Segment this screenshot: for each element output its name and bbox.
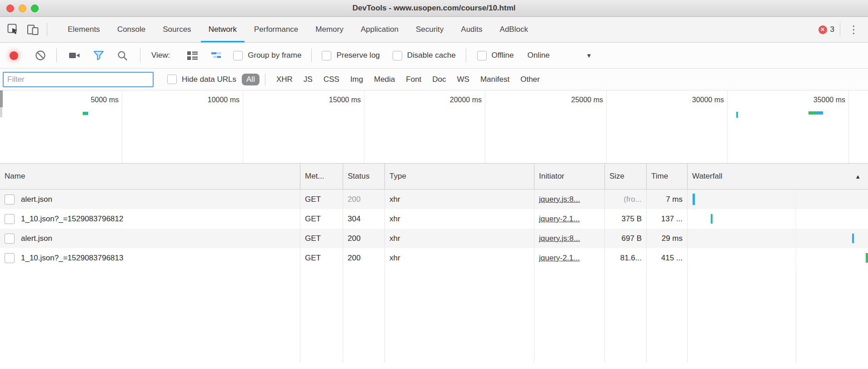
filter-type-font[interactable]: Font xyxy=(406,75,421,84)
row-checkbox[interactable] xyxy=(5,194,15,204)
error-icon: ✕ xyxy=(818,25,827,34)
tab-security[interactable]: Security xyxy=(407,17,452,42)
column-header-label: Type xyxy=(389,172,406,181)
filter-type-js[interactable]: JS xyxy=(304,75,313,84)
cell-time: 415 ... xyxy=(647,248,688,268)
error-badge[interactable]: ✕ 3 xyxy=(818,25,834,34)
disable-cache-checkbox[interactable] xyxy=(393,51,402,60)
table-row[interactable]: alert.jsonGET200xhrjquery.js:8...697 B29… xyxy=(0,229,868,248)
offline-label: Offline xyxy=(492,51,514,60)
cell-status-value: 200 xyxy=(348,254,360,263)
column-header-label: Time xyxy=(651,172,668,181)
table-rows: alert.jsonGET200xhrjquery.js:8...(fro...… xyxy=(0,189,868,268)
timeline-tick-label: 35000 ms xyxy=(813,96,845,104)
waterfall-gridline xyxy=(796,189,796,209)
search-icon[interactable] xyxy=(117,50,128,61)
screenshot-camera-icon[interactable] xyxy=(69,50,80,61)
filter-type-img[interactable]: Img xyxy=(350,75,363,84)
timeline-gridline xyxy=(848,90,849,163)
row-checkbox[interactable] xyxy=(5,253,15,263)
filter-type-css[interactable]: CSS xyxy=(324,75,339,84)
initiator-link[interactable]: jquery-2.1... xyxy=(539,254,580,263)
cell-type: xhr xyxy=(385,189,534,209)
group-by-frame-checkbox[interactable] xyxy=(233,51,243,60)
cell-size: 375 B xyxy=(605,209,647,229)
overview-scrollbar-thumb[interactable] xyxy=(0,90,3,107)
tab-strip: ElementsConsoleSourcesNetworkPerformance… xyxy=(59,17,537,42)
more-options-icon[interactable]: ⋮ xyxy=(846,25,862,35)
filter-funnel-icon[interactable] xyxy=(93,50,104,61)
table-below-lines xyxy=(0,268,868,363)
throttling-select[interactable]: Online xyxy=(527,51,549,60)
cell-method: GET xyxy=(300,189,343,209)
column-header-waterfall[interactable]: Waterfall▲ xyxy=(688,164,868,189)
column-gridline xyxy=(343,268,343,363)
cell-type: xhr xyxy=(385,248,534,268)
request-name: alert.json xyxy=(21,234,52,243)
filter-type-xhr[interactable]: XHR xyxy=(276,75,293,84)
sort-arrow-icon: ▲ xyxy=(855,173,863,180)
column-gridline xyxy=(796,268,796,363)
timeline-tick-label: 5000 ms xyxy=(91,96,119,104)
error-count: 3 xyxy=(830,25,834,34)
view-label: View: xyxy=(151,51,170,60)
column-header-type[interactable]: Type xyxy=(385,164,534,189)
tab-performance[interactable]: Performance xyxy=(245,17,307,42)
inspect-element-icon[interactable] xyxy=(7,24,20,36)
timeline-gridline xyxy=(727,90,728,163)
table-row[interactable]: alert.jsonGET200xhrjquery.js:8...(fro...… xyxy=(0,189,868,209)
tab-bar-right: ✕ 3 ⋮ xyxy=(818,23,868,36)
offline-checkbox[interactable] xyxy=(477,51,487,60)
tab-memory[interactable]: Memory xyxy=(307,17,352,42)
cell-time-value: 137 ... xyxy=(661,214,683,224)
initiator-link[interactable]: jquery.js:8... xyxy=(539,195,580,204)
cell-size-value: 697 B xyxy=(622,234,642,243)
waterfall-bar xyxy=(852,234,854,243)
column-header-met[interactable]: Met... xyxy=(300,164,343,189)
cell-status-value: 200 xyxy=(348,234,360,243)
table-row[interactable]: 1_10.json?_=1529083796813GET200xhrjquery… xyxy=(0,248,868,268)
tab-elements[interactable]: Elements xyxy=(59,17,109,42)
table-row[interactable]: 1_10.json?_=1529083796812GET304xhrjquery… xyxy=(0,209,868,229)
tab-sources[interactable]: Sources xyxy=(154,17,200,42)
column-header-initiator[interactable]: Initiator xyxy=(534,164,605,189)
timeline-tick-label: 15000 ms xyxy=(329,96,361,104)
column-header-name[interactable]: Name xyxy=(0,164,300,189)
column-header-size[interactable]: Size xyxy=(605,164,647,189)
column-header-status[interactable]: Status xyxy=(343,164,385,189)
filter-type-doc[interactable]: Doc xyxy=(432,75,446,84)
row-checkbox[interactable] xyxy=(5,214,15,224)
waterfall-view-icon[interactable] xyxy=(211,51,221,60)
row-checkbox[interactable] xyxy=(5,234,15,244)
record-button[interactable] xyxy=(10,51,18,60)
hide-data-urls-checkbox[interactable] xyxy=(167,75,177,84)
chevron-down-icon[interactable]: ▼ xyxy=(586,52,592,59)
column-gridline xyxy=(384,268,385,363)
cell-method-value: GET xyxy=(305,254,321,263)
filter-type-other[interactable]: Other xyxy=(520,75,540,84)
filter-type-manifest[interactable]: Manifest xyxy=(480,75,509,84)
column-header-time[interactable]: Time xyxy=(647,164,688,189)
filter-type-ws[interactable]: WS xyxy=(457,75,469,84)
filter-type-media[interactable]: Media xyxy=(374,75,395,84)
tab-console[interactable]: Console xyxy=(109,17,154,42)
filter-input[interactable] xyxy=(3,72,154,87)
initiator-link[interactable]: jquery.js:8... xyxy=(539,234,580,243)
cell-method: GET xyxy=(300,229,343,248)
tab-audits[interactable]: Audits xyxy=(452,17,491,42)
filter-type-all[interactable]: All xyxy=(242,74,259,85)
tab-adblock[interactable]: AdBlock xyxy=(491,17,537,42)
cell-waterfall xyxy=(688,248,868,268)
initiator-link[interactable]: jquery-2.1... xyxy=(539,214,580,224)
list-view-icon[interactable] xyxy=(187,50,198,61)
cell-status: 200 xyxy=(343,229,385,248)
clear-icon[interactable] xyxy=(35,50,46,61)
tab-network[interactable]: Network xyxy=(200,17,245,42)
cell-size-value: 375 B xyxy=(622,214,642,224)
timeline-overview[interactable]: 5000 ms10000 ms15000 ms20000 ms25000 ms3… xyxy=(0,90,868,164)
tab-application[interactable]: Application xyxy=(352,17,407,42)
cell-time-value: 415 ... xyxy=(661,254,683,263)
cell-method: GET xyxy=(300,248,343,268)
device-toolbar-icon[interactable] xyxy=(27,24,40,36)
preserve-log-checkbox[interactable] xyxy=(322,51,331,60)
